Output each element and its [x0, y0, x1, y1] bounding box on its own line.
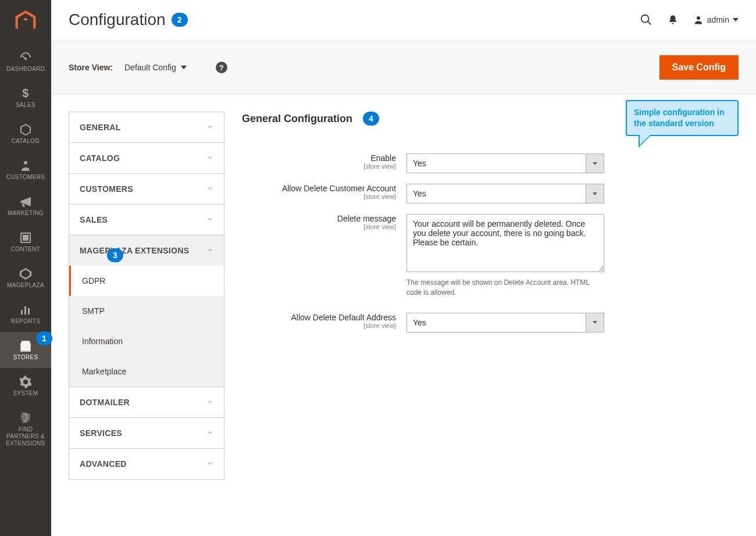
field-label: Allow Delete Default Address [store view… [242, 313, 406, 333]
config-tab: Dotmailer [69, 387, 224, 418]
allow-delete-customer-select[interactable]: Yes [406, 184, 604, 203]
scope-text: [store view] [242, 163, 396, 170]
config-tab: Mageplaza ExtensionsGDPR3SMTPInformation… [69, 235, 224, 387]
sidebar-item-label: Mageplaza [2, 282, 49, 289]
field-label: Allow Delete Customer Account [store vie… [242, 184, 406, 203]
field-control: Yes [406, 153, 604, 173]
sidebar-item-reports[interactable]: Reports [0, 296, 51, 332]
toolbar: Store View: Default Config ? Save Config [51, 41, 756, 94]
chevron-down-icon [206, 429, 213, 438]
sidebar-item-sales-icon: $ [19, 87, 33, 99]
page-title-text: Configuration [69, 10, 166, 29]
sidebar-item-marketing[interactable]: Marketing [0, 188, 51, 224]
config-form: General Configuration 4 Enable [store vi… [242, 112, 739, 343]
config-tab-header[interactable]: Sales [69, 205, 224, 235]
account-menu[interactable]: admin [693, 15, 739, 25]
svg-rect-7 [28, 308, 30, 315]
sidebar-item-mageplaza[interactable]: Mageplaza [0, 260, 51, 296]
scope-text: [store view] [242, 223, 396, 230]
sidebar-item-sales[interactable]: $Sales [0, 80, 51, 116]
config-tab-header[interactable]: General [69, 112, 224, 142]
tab-label: Customers [80, 184, 133, 194]
store-view-switcher: Store View: Default Config ? [69, 62, 227, 73]
chevron-down-icon [206, 185, 213, 194]
tab-label: Mageplaza Extensions [80, 246, 189, 255]
sidebar-item-label: System [2, 390, 49, 397]
help-icon[interactable]: ? [216, 62, 227, 73]
svg-rect-6 [24, 306, 26, 315]
scope-text: [store view] [242, 322, 396, 329]
svg-line-10 [648, 22, 651, 25]
svg-point-2 [24, 161, 27, 165]
sidebar-item-customers[interactable]: Customers [0, 152, 51, 188]
field-control: The message will be shown on Delete Acco… [406, 214, 604, 298]
sidebar-item-label: Marketing [2, 210, 49, 217]
sidebar-item-reports-icon [19, 303, 33, 316]
config-tab-header[interactable]: Dotmailer [69, 387, 224, 417]
sidebar-item-partners[interactable]: Find Partners & Extensions [0, 404, 51, 454]
config-tab-header[interactable]: Services [69, 418, 224, 448]
store-view-value: Default Config [124, 63, 176, 72]
label-text: Allow Delete Customer Account [282, 184, 396, 193]
store-view-select[interactable]: Default Config [124, 63, 187, 72]
notifications-icon[interactable] [668, 14, 678, 26]
config-tab-header[interactable]: Catalog [69, 143, 224, 173]
sidebar-item-system[interactable]: System [0, 368, 51, 404]
tab-label: Advanced [80, 459, 127, 469]
config-tab-item[interactable]: SMTP [69, 296, 224, 326]
chevron-down-icon [206, 398, 213, 407]
sidebar-item-catalog[interactable]: Catalog [0, 116, 51, 152]
svg-text:$: $ [22, 87, 28, 99]
chevron-down-icon [586, 313, 604, 333]
config-tab-header[interactable]: Mageplaza Extensions [69, 235, 224, 266]
config-tab: Services [69, 418, 224, 449]
field-control: Yes [406, 313, 604, 333]
sidebar-item-label: Customers [2, 174, 49, 181]
label-text: Enable [370, 153, 396, 163]
config-tab-item[interactable]: Information [69, 326, 224, 356]
sidebar-item-label: Reports [2, 318, 49, 325]
chevron-down-icon [586, 184, 604, 203]
select-value: Yes [406, 313, 586, 333]
sidebar-item-label: Sales [2, 102, 49, 109]
chevron-down-icon [733, 18, 739, 22]
delete-message-textarea[interactable] [406, 214, 604, 272]
tab-label: Catalog [80, 153, 120, 163]
svg-rect-8 [21, 344, 30, 351]
config-tabs: GeneralCatalogCustomersSalesMageplaza Ex… [69, 112, 224, 480]
field-delete-message: Delete message [store view] The message … [242, 214, 739, 298]
config-tab: Advanced [69, 449, 224, 479]
admin-sidebar: Dashboard$SalesCatalogCustomersMarketing… [0, 0, 51, 536]
field-allow-delete-address: Allow Delete Default Address [store view… [242, 313, 739, 333]
sidebar-item-stores-icon [19, 339, 33, 352]
magento-logo[interactable] [0, 0, 51, 44]
config-tab-header[interactable]: Advanced [69, 449, 224, 479]
search-icon[interactable] [640, 13, 652, 26]
sidebar-item-dashboard[interactable]: Dashboard [0, 44, 51, 80]
sidebar-item-label: Catalog [2, 138, 49, 145]
enable-select[interactable]: Yes [406, 153, 604, 173]
sidebar-item-content[interactable]: Content [0, 224, 51, 260]
sidebar-item-system-icon [19, 375, 33, 388]
page-title: Configuration 2 [69, 10, 188, 29]
label-text: Delete message [337, 214, 396, 223]
sidebar-item-content-icon [19, 231, 33, 244]
section-title-text: General Configuration [242, 113, 352, 125]
chevron-down-icon [206, 216, 213, 224]
tab-label: Services [80, 428, 122, 438]
field-enable: Enable [store view] Yes [242, 153, 739, 173]
chevron-up-icon [206, 246, 213, 255]
field-label: Enable [store view] [242, 153, 406, 173]
step-badge-1: 1 [36, 331, 52, 345]
config-tab-item[interactable]: Marketplace [69, 356, 224, 387]
save-config-button[interactable]: Save Config [659, 55, 739, 80]
config-tab-item[interactable]: GDPR3 [69, 266, 224, 296]
admin-label: admin [707, 15, 729, 24]
svg-rect-4 [23, 235, 28, 240]
config-tab: Catalog [69, 143, 224, 174]
scope-text: [store view] [242, 193, 396, 200]
tab-label: General [80, 123, 121, 132]
allow-delete-address-select[interactable]: Yes [406, 313, 604, 333]
config-tab-header[interactable]: Customers [69, 174, 224, 204]
step-badge-3: 3 [107, 248, 123, 262]
